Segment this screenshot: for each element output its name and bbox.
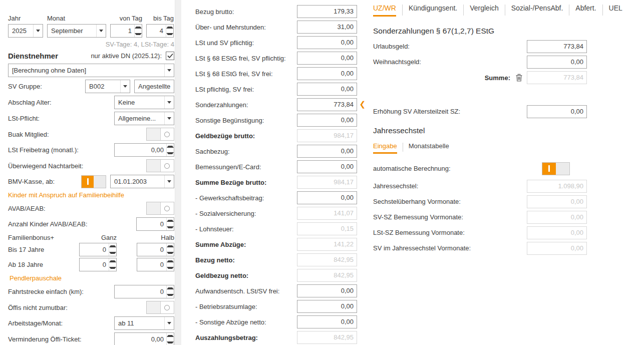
avab-toggle[interactable] [146,202,174,215]
spinner-up-icon[interactable] [167,285,174,292]
weihnachtsgeld-field[interactable]: 0,00 [527,56,587,69]
calc-row-label: Sonderzahlungen: [195,101,297,109]
sv-gruppe-name-field[interactable]: Angestellte [134,80,174,93]
calc-row-label: Sonstige Begünstigung: [195,117,297,124]
arbeitstage-select[interactable]: ab 11 [114,316,174,330]
sv-gruppe-code: B002 [86,83,120,90]
ab18-halb-stepper[interactable]: 0 [137,258,174,271]
spinner-up-icon[interactable] [167,333,174,339]
bis-tag-stepper[interactable]: 4 [146,24,174,38]
spinner-down-icon[interactable] [167,339,174,345]
verminderung-stepper[interactable]: 0,00 [114,332,174,345]
tab-separator [505,5,505,16]
tab-sozial-pensabf[interactable]: Sozial-/PensAbf. [511,4,563,15]
calc-row-field[interactable]: 0,00 [297,114,357,127]
calc-row-label: Summe Abzüge: [195,241,297,248]
spinner-down-icon[interactable] [167,265,174,271]
calc-row-field[interactable]: 0,00 [297,160,357,173]
calc-row-label: Sachbezug: [195,148,297,155]
tab-kündigungsent[interactable]: Kündigungsent. [409,4,457,15]
spinner-up-icon[interactable] [167,218,174,224]
buak-toggle[interactable] [146,128,174,141]
bmv-datum-select[interactable]: 01.01.2003 [110,175,174,188]
calc-row-field[interactable]: 0,00 [297,52,357,65]
kinder-section-heading: Kinder mit Anspruch auf Familienbeihilfe [8,191,174,199]
calc-row-field[interactable]: 179,33 [297,5,357,18]
pendler-section-heading: Pendlerpauschale [10,274,174,282]
abschlag-alter-select[interactable]: Keine [114,96,174,109]
spinner-down-icon[interactable] [109,250,116,256]
ab18-halb-value: 0 [137,258,166,271]
spinner-down-icon[interactable] [167,292,174,298]
calc-row-label: LSt § 68 EStG frei, SV pflichtig: [195,55,297,62]
calc-row-field[interactable]: 0,00 [297,191,357,204]
anzahl-kinder-stepper[interactable]: 0 [136,217,174,231]
spinner-down-icon[interactable] [167,150,174,157]
von-tag-label: von Tag [110,15,142,22]
spinner-up-icon[interactable] [109,243,116,250]
monat-select[interactable]: September [47,24,106,38]
calc-row-field: 842,95 [297,269,357,282]
tab-uz-wr[interactable]: UZ/WR [373,4,396,17]
spinner-up-icon[interactable] [167,243,174,250]
spinner-up-icon[interactable] [135,25,142,31]
calc-row-field[interactable]: 0,00 [297,36,357,49]
calc-row-field[interactable]: 0,00 [297,145,357,158]
ab18-ganz-stepper[interactable]: 0 [79,258,117,271]
calc-row-label: LSt pflichtig, SV frei: [195,86,297,93]
spinner-down-icon[interactable] [166,31,173,38]
panel-scrollbar[interactable] [175,0,181,345]
spinner-down-icon[interactable] [167,224,174,231]
jahressechstel-row-field: 1.098,90 [527,180,587,193]
lst-pflicht-select[interactable]: Allgemeine... [114,112,174,125]
calc-row-field: 984,17 [297,176,357,189]
tab-vergleich[interactable]: Vergleich [470,4,499,15]
calc-row-field[interactable]: 31,00 [297,21,357,34]
spinner-up-icon[interactable] [109,258,116,265]
delete-button[interactable] [515,74,523,82]
erhoehung-field[interactable]: 0,00 [527,105,587,118]
spinner-up-icon[interactable] [166,25,173,31]
calc-row-field[interactable]: 773,84 [297,98,357,111]
calc-row-field[interactable]: 0,00 [297,284,357,297]
tab-uel[interactable]: UEL [609,4,622,15]
spinner-down-icon[interactable] [109,265,116,271]
bis17-ganz-stepper[interactable]: 0 [79,243,117,256]
spinner-down-icon[interactable] [167,250,174,256]
spinner-up-icon[interactable] [167,258,174,265]
tab-monatstabelle[interactable]: Monatstabelle [409,142,449,152]
tab-eingabe[interactable]: Eingabe [373,142,397,154]
auto-berechnung-toggle[interactable] [542,162,570,175]
checkmark-icon [167,53,173,59]
tab-separator [402,5,403,16]
calc-row-field[interactable]: 0,00 [297,83,357,96]
jahr-select[interactable]: 2025 [8,24,43,38]
familienbonus-label: Familienbonus+ [8,234,79,241]
aktive-dn-checkbox[interactable] [166,52,174,60]
calc-row-field[interactable]: 0,00 [297,315,357,328]
von-tag-stepper[interactable]: 1 [110,24,142,38]
nachtarbeit-toggle[interactable] [146,159,174,172]
calc-row: Über- und Mehrstunden:31,00 [195,21,357,34]
monat-value: September [48,27,96,35]
spinner-down-icon[interactable] [135,31,142,38]
calc-row: LSt § 68 EStG frei, SV frei:0,00 [195,67,357,80]
bmv-kasse-toggle[interactable] [81,175,106,188]
lst-freibetrag-stepper[interactable]: 0,00 [114,143,174,157]
urlaubsgeld-field[interactable]: 773,84 [527,40,587,53]
spinner-up-icon[interactable] [167,144,174,150]
dienstnehmer-select[interactable]: [Berechnung ohne Daten] [8,64,174,77]
calc-row: LSt § 68 EStG frei, SV pflichtig:0,00 [195,52,357,65]
sv-gruppe-select[interactable]: B002 [85,80,130,93]
calc-row-field[interactable]: 0,00 [297,300,357,313]
weihnachtsgeld-label: Weihnachtsgeld: [373,58,527,66]
calc-row-field[interactable]: 0,00 [297,67,357,80]
oeffis-toggle[interactable] [146,301,174,314]
bis17-halb-stepper[interactable]: 0 [137,243,174,256]
erhoehung-label: Erhöhung SV Altersteilzeit SZ: [373,108,527,115]
tab-separator [403,143,403,152]
ab18-label: Ab 18 Jahre [8,261,79,268]
tab-abfert[interactable]: Abfert. [575,4,596,15]
fahrtstrecke-stepper[interactable]: 0 [114,285,174,298]
oeffis-label: Öffis nicht zumutbar: [8,304,146,311]
